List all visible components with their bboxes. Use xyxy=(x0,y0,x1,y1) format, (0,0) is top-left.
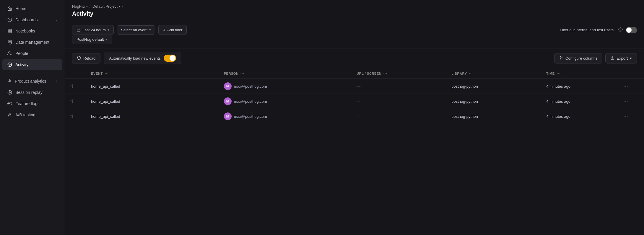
url-col-label: URL / SCREEN xyxy=(357,72,381,75)
sidebar-item-people[interactable]: People xyxy=(2,48,62,59)
col-url-header: URL / SCREEN ⋯ xyxy=(352,68,447,79)
row-expand-cell: ⇅ xyxy=(65,94,86,109)
export-label: Export xyxy=(617,56,628,61)
page-header: HogFlix ▾ / Default Project ▾ / Activity xyxy=(65,0,644,21)
person-email[interactable]: max@posthog.com xyxy=(234,114,267,119)
auto-load-toggle[interactable] xyxy=(164,55,176,62)
person-email[interactable]: max@posthog.com xyxy=(234,99,267,104)
col-library-header: LIBRARY ⋯ xyxy=(447,68,541,79)
row-more-button[interactable]: ⋯ xyxy=(622,98,629,105)
svg-point-26 xyxy=(560,58,561,59)
gear-icon[interactable] xyxy=(618,27,623,33)
breadcrumb-sep1: / xyxy=(90,4,91,9)
reload-button[interactable]: Reload xyxy=(72,53,100,63)
sidebar-notebooks-label: Notebooks xyxy=(15,29,58,33)
people-icon xyxy=(7,51,12,56)
sidebar-dashboards-label: Dashboards xyxy=(15,17,52,22)
export-button[interactable]: Export ▾ xyxy=(605,53,637,63)
svg-point-25 xyxy=(562,57,562,58)
sidebar-item-dashboards[interactable]: Dashboards ⌄ xyxy=(2,14,62,25)
configure-columns-button[interactable]: Configure columns xyxy=(554,53,602,63)
time-col-label: TIME xyxy=(546,72,554,75)
row-library-cell: posthog-python xyxy=(447,109,541,124)
org-chevron-icon: ▾ xyxy=(86,5,88,8)
svg-point-6 xyxy=(8,52,10,53)
expand-icon[interactable]: ⇅ xyxy=(70,99,74,104)
svg-point-15 xyxy=(8,103,9,104)
dashboards-expand-icon: ⌄ xyxy=(55,18,58,22)
auto-load-container: Automatically load new events xyxy=(104,52,181,64)
filter-toggle[interactable] xyxy=(626,27,637,33)
sidebar-item-product-analytics[interactable]: Product analytics + xyxy=(2,76,62,87)
sidebar-item-ab-testing[interactable]: A/B testing xyxy=(2,110,62,120)
home-icon xyxy=(7,6,12,11)
reload-icon xyxy=(77,56,81,61)
svg-point-8 xyxy=(9,64,10,65)
product-analytics-icon xyxy=(7,78,12,84)
person-col-more-icon[interactable]: ⋯ xyxy=(240,71,244,76)
library-col-more-icon[interactable]: ⋯ xyxy=(469,71,473,76)
col-person-header: PERSON ⋯ xyxy=(219,68,352,79)
table-row: ⇅ home_api_called M max@posthog.com — po… xyxy=(65,94,644,109)
row-actions-cell: ⋯ xyxy=(617,109,644,124)
time-col-more-icon[interactable]: ⋯ xyxy=(557,71,561,76)
sidebar-item-home[interactable]: Home xyxy=(2,3,62,14)
sidebar-item-activity[interactable]: Activity xyxy=(2,59,62,70)
export-icon xyxy=(610,56,614,61)
col-expand-header xyxy=(65,68,86,79)
person-email[interactable]: max@posthog.com xyxy=(234,84,267,89)
expand-icon[interactable]: ⇅ xyxy=(70,84,74,89)
reload-label: Reload xyxy=(83,56,95,61)
row-expand-cell: ⇅ xyxy=(65,109,86,124)
posthog-default-button[interactable]: PostHog default ▾ xyxy=(72,35,112,44)
sidebar-item-feature-flags[interactable]: Feature flags xyxy=(2,98,62,109)
sidebar-ab-testing-label: A/B testing xyxy=(15,112,58,117)
toolbar-row1: Last 24 hours ▾ Select an event ▾ + Add … xyxy=(65,21,644,35)
row-more-button[interactable]: ⋯ xyxy=(622,83,629,90)
product-analytics-add-icon[interactable]: + xyxy=(55,79,58,84)
breadcrumb-org[interactable]: HogFlix ▾ xyxy=(72,4,88,9)
data-management-icon xyxy=(7,40,12,45)
table-row: ⇅ home_api_called M max@posthog.com — po… xyxy=(65,79,644,94)
url-col-more-icon[interactable]: ⋯ xyxy=(383,71,387,76)
breadcrumb-sep2: / xyxy=(122,4,123,9)
event-name[interactable]: home_api_called xyxy=(91,114,120,119)
library-col-label: LIBRARY xyxy=(451,72,467,75)
actions-right: Configure columns Export ▾ xyxy=(554,53,637,63)
sidebar-feature-flags-label: Feature flags xyxy=(15,101,58,106)
breadcrumb-project[interactable]: Default Project ▾ xyxy=(92,4,120,9)
time-value: 4 minutes ago xyxy=(546,114,570,119)
auto-load-label: Automatically load new events xyxy=(109,56,161,61)
sidebar-activity-label: Activity xyxy=(15,62,58,67)
avatar: M xyxy=(224,112,232,120)
posthog-default-chevron-icon: ▾ xyxy=(106,37,108,41)
row-more-button[interactable]: ⋯ xyxy=(622,113,629,120)
svg-point-12 xyxy=(8,90,12,94)
events-table-container: EVENT ⋯ PERSON ⋯ URL / SCREEN ⋯ xyxy=(65,68,644,235)
posthog-default-label: PostHog default xyxy=(77,37,104,42)
event-name[interactable]: home_api_called xyxy=(91,84,120,89)
row-expand-cell: ⇅ xyxy=(65,79,86,94)
select-event-label: Select an event xyxy=(121,28,148,32)
event-name[interactable]: home_api_called xyxy=(91,99,120,104)
sidebar-item-data-management[interactable]: Data management xyxy=(2,37,62,48)
sidebar-item-notebooks[interactable]: Notebooks xyxy=(2,26,62,36)
event-col-label: EVENT xyxy=(91,72,103,75)
url-value: — xyxy=(357,84,360,89)
project-chevron-icon: ▾ xyxy=(119,5,120,8)
sidebar-item-session-replay[interactable]: Session replay xyxy=(2,87,62,98)
events-table: EVENT ⋯ PERSON ⋯ URL / SCREEN ⋯ xyxy=(65,68,644,124)
expand-icon[interactable]: ⇅ xyxy=(70,114,74,119)
select-event-button[interactable]: Select an event ▾ xyxy=(117,25,156,35)
sidebar-session-replay-label: Session replay xyxy=(15,90,58,95)
svg-rect-16 xyxy=(77,28,80,31)
time-range-button[interactable]: Last 24 hours ▾ xyxy=(72,25,114,35)
row-time-cell: 4 minutes ago xyxy=(541,94,617,109)
add-filter-button[interactable]: + Add filter xyxy=(158,25,187,35)
row-url-cell: — xyxy=(352,79,447,94)
col-actions-header xyxy=(617,68,644,79)
row-time-cell: 4 minutes ago xyxy=(541,79,617,94)
row-person-cell: M max@posthog.com xyxy=(219,94,352,109)
row-person-cell: M max@posthog.com xyxy=(219,79,352,94)
event-col-more-icon[interactable]: ⋯ xyxy=(105,71,109,76)
